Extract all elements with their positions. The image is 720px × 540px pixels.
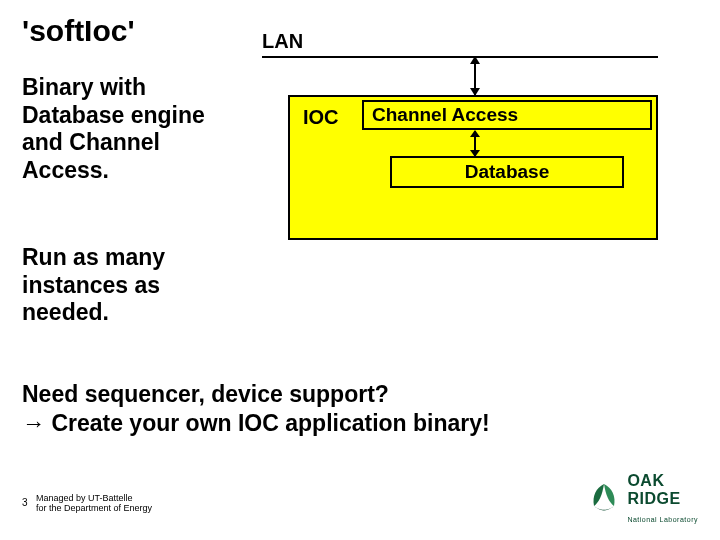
oak-ridge-logo: OAKRIDGE National Laboratory [587, 472, 698, 526]
description-2: Run as many instances as needed. [22, 244, 252, 327]
database-label: Database [465, 161, 550, 183]
logo-sub: National Laboratory [627, 516, 698, 523]
logo-main-1: OAK [627, 472, 664, 489]
logo-main: OAKRIDGE [627, 472, 680, 507]
footer-managed: Managed by UT-Battelle for the Departmen… [36, 493, 152, 514]
lan-label: LAN [262, 30, 303, 53]
arrow-lan-to-ca [474, 57, 476, 95]
logo-text-wrap: OAKRIDGE National Laboratory [627, 472, 698, 526]
slide: 'softIoc' LAN IOC Channel Access Databas… [0, 0, 720, 540]
page-number: 3 [22, 497, 28, 508]
footer-managed-text: Managed by UT-Battelle for the Departmen… [36, 493, 152, 513]
slide-title: 'softIoc' [22, 14, 135, 48]
description-3-text: Need sequencer, device support? → Create… [22, 381, 490, 436]
ioc-label: IOC [303, 106, 339, 129]
description-1: Binary with Database engine and Channel … [22, 74, 252, 184]
leaf-icon [587, 482, 621, 516]
arrow-ca-to-db [474, 131, 476, 156]
channel-access-label: Channel Access [372, 104, 518, 126]
lan-line [262, 56, 658, 58]
channel-access-box: Channel Access [362, 100, 652, 130]
logo-main-2: RIDGE [627, 490, 680, 507]
description-3: Need sequencer, device support? → Create… [22, 380, 682, 438]
database-box: Database [390, 156, 624, 188]
